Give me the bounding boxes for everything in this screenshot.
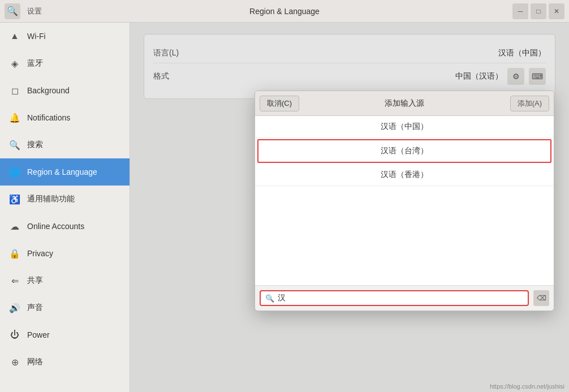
bell-icon: 🔔 [9, 113, 20, 123]
sidebar-item-power[interactable]: ⏻ Power [0, 321, 130, 348]
sidebar: ▲ Wi-Fi ◈ 蓝牙 ◻ Background 🔔 Notification… [0, 23, 130, 392]
sidebar-item-privacy[interactable]: 🔒 Privacy [0, 240, 130, 267]
search-icon: 🔍 [7, 6, 18, 16]
sidebar-item-background[interactable]: ◻ Background [0, 77, 130, 104]
dialog-add-button[interactable]: 添加(A) [510, 96, 549, 111]
accessibility-icon: ♿ [9, 194, 20, 205]
dialog-cancel-button[interactable]: 取消(C) [260, 96, 299, 111]
sidebar-label-sound: 声音 [27, 303, 43, 313]
sidebar-label-accessibility: 通用辅助功能 [27, 194, 75, 204]
share-icon: ⇐ [9, 275, 20, 286]
sidebar-item-notifications[interactable]: 🔔 Notifications [0, 104, 130, 131]
window-controls: ─ □ ✕ [512, 3, 569, 19]
maximize-button[interactable]: □ [531, 3, 546, 19]
cloud-icon: ☁ [9, 221, 20, 232]
network-icon: ⊕ [9, 357, 20, 368]
search-sidebar-icon: 🔍 [9, 140, 20, 150]
sidebar-item-sound[interactable]: 🔊 声音 [0, 294, 130, 321]
background-icon: ◻ [9, 85, 20, 96]
search-input-icon: 🔍 [265, 294, 274, 303]
add-input-source-dialog: 取消(C) 添加输入源 添加(A) 汉语（中国） 汉语（台湾） 汉语（香港） 🔍 [255, 91, 554, 311]
clear-search-button[interactable]: ⌫ [533, 290, 549, 306]
minimize-button[interactable]: ─ [512, 3, 528, 19]
sidebar-label-region: Region & Language [27, 167, 97, 176]
title-search-button[interactable]: 🔍 [5, 3, 20, 19]
sidebar-item-online-accounts[interactable]: ☁ Online Accounts [0, 213, 130, 240]
sidebar-label-bluetooth: 蓝牙 [27, 58, 43, 68]
content-area: ▲ Wi-Fi ◈ 蓝牙 ◻ Background 🔔 Notification… [0, 23, 569, 392]
main-panel: 语言(L) 汉语（中国） 格式 中国（汉语） ⚙ ⌨ [130, 23, 569, 392]
list-item-chinese-taiwan[interactable]: 汉语（台湾） [257, 139, 551, 163]
sidebar-item-bluetooth[interactable]: ◈ 蓝牙 [0, 50, 130, 77]
dialog-search-bar: 🔍 ⌫ [255, 286, 554, 311]
power-icon: ⏻ [9, 330, 20, 340]
dialog-backdrop: 取消(C) 添加输入源 添加(A) 汉语（中国） 汉语（台湾） 汉语（香港） 🔍 [130, 23, 569, 392]
sidebar-label-sharing: 共享 [27, 275, 43, 286]
sidebar-label-privacy: Privacy [27, 249, 53, 258]
close-button[interactable]: ✕ [549, 3, 564, 19]
sidebar-item-sharing[interactable]: ⇐ 共享 [0, 267, 130, 294]
sidebar-label-network: 网络 [27, 357, 43, 367]
sidebar-label-wifi: Wi-Fi [27, 32, 46, 41]
list-item-chinese-hongkong[interactable]: 汉语（香港） [255, 164, 554, 186]
sidebar-label-power: Power [27, 330, 50, 339]
sidebar-item-wifi[interactable]: ▲ Wi-Fi [0, 23, 130, 50]
search-input-wrapper: 🔍 [260, 290, 529, 306]
title-bar-left: 🔍 设置 [0, 3, 42, 19]
wifi-icon: ▲ [9, 31, 20, 41]
bluetooth-icon: ◈ [9, 58, 20, 69]
sidebar-label-online-accounts: Online Accounts [27, 222, 84, 231]
dialog-title: 添加输入源 [304, 98, 506, 109]
speaker-icon: 🔊 [9, 303, 20, 313]
title-bar: 🔍 设置 Region & Language ─ □ ✕ [0, 0, 569, 23]
list-item-chinese-china[interactable]: 汉语（中国） [255, 116, 554, 138]
window-title: Region & Language [249, 7, 320, 16]
sidebar-label-notifications: Notifications [27, 113, 70, 122]
sidebar-label-search: 搜索 [27, 140, 43, 150]
search-input[interactable] [278, 294, 523, 303]
dialog-titlebar: 取消(C) 添加输入源 添加(A) [255, 91, 554, 116]
sidebar-item-accessibility[interactable]: ♿ 通用辅助功能 [0, 186, 130, 213]
app-name: 设置 [27, 6, 42, 16]
sidebar-label-background: Background [27, 86, 70, 95]
globe-icon: 🌐 [9, 167, 20, 178]
dialog-input-source-list: 汉语（中国） 汉语（台湾） 汉语（香港） [255, 116, 554, 286]
sidebar-item-region[interactable]: 🌐 Region & Language [0, 158, 130, 186]
lock-icon: 🔒 [9, 248, 20, 259]
main-window: 🔍 设置 Region & Language ─ □ ✕ ▲ Wi-Fi ◈ 蓝… [0, 0, 569, 392]
sidebar-item-search[interactable]: 🔍 搜索 [0, 131, 130, 158]
sidebar-item-network[interactable]: ⊕ 网络 [0, 348, 130, 376]
